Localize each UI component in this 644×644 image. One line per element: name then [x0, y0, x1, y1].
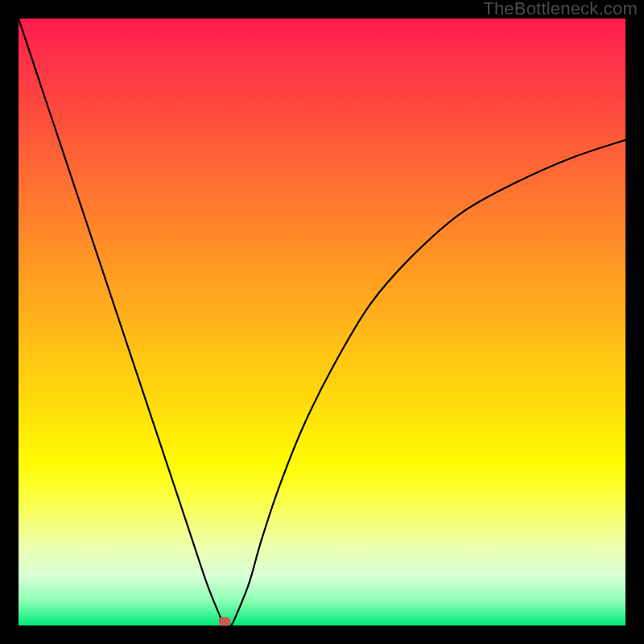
plot-area — [19, 19, 625, 625]
watermark-text: TheBottleneck.com — [483, 0, 638, 18]
bottleneck-curve — [19, 19, 625, 625]
chart-frame — [19, 19, 625, 625]
current-config-marker — [219, 617, 231, 625]
